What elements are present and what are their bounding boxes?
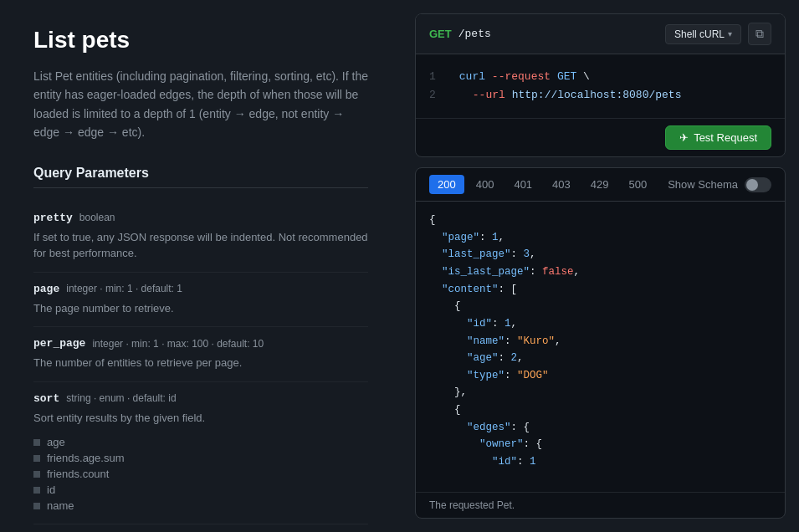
curl-keyword: curl (459, 70, 485, 83)
copy-icon: ⧉ (755, 27, 764, 41)
curl-method: GET (557, 70, 576, 83)
response-box: 200 400 401 403 429 500 Show Schema { "p… (415, 167, 786, 519)
param-per-page: per_page integer · min: 1 · max: 100 · d… (33, 327, 368, 382)
send-icon: ✈ (679, 131, 689, 144)
enum-bullet (33, 503, 40, 509)
chevron-down-icon: ▾ (728, 29, 732, 38)
line-num: 2 (429, 86, 439, 105)
list-item: id (33, 482, 368, 498)
enum-bullet (33, 455, 40, 462)
param-per-page-type: integer · min: 1 · max: 100 · default: 1… (92, 338, 264, 350)
param-sort-desc: Sort entity results by the given field. (33, 410, 368, 427)
list-item: friends.age.sum (33, 450, 368, 466)
param-per-page-name: per_page (33, 337, 85, 350)
query-params-heading: Query Parameters (33, 166, 368, 188)
param-page-name: page (33, 283, 59, 295)
tab-401[interactable]: 401 (505, 175, 540, 194)
line-num: 1 (429, 68, 439, 86)
tab-500[interactable]: 500 (621, 175, 656, 194)
tab-400[interactable]: 400 (468, 175, 503, 194)
param-sort: sort string · enum · default: id Sort en… (33, 382, 368, 525)
param-sort-header: sort string · enum · default: id (33, 392, 368, 405)
code-line-2: 2 --url http://localhost:8080/pets (429, 86, 771, 105)
param-per-page-desc: The number of entities to retrieve per p… (33, 355, 368, 371)
list-item: age (33, 434, 368, 450)
param-pretty-type: boolean (79, 212, 115, 223)
param-per-page-header: per_page integer · min: 1 · max: 100 · d… (33, 337, 368, 350)
tab-200[interactable]: 200 (429, 175, 464, 194)
param-pretty-name: pretty (33, 212, 73, 224)
param-page-header: page integer · min: 1 · default: 1 (33, 283, 368, 295)
page-description: List Pet entities (including pagination,… (33, 67, 368, 142)
tab-429[interactable]: 429 (582, 175, 617, 194)
param-page-type: integer · min: 1 · default: 1 (66, 283, 182, 294)
curl-flag-request: --request (492, 70, 551, 83)
sort-enum-list: age friends.age.sum friends.count id nam… (33, 434, 368, 514)
test-request-section: ✈ Test Request (416, 118, 785, 156)
response-body: { "page": 1, "last_page": 3, "is_last_pa… (416, 202, 785, 492)
param-pretty-desc: If set to true, any JSON response will b… (33, 229, 368, 262)
param-sort-name: sort (33, 392, 59, 405)
param-page: page integer · min: 1 · default: 1 The p… (33, 273, 368, 328)
copy-button[interactable]: ⧉ (748, 23, 771, 45)
param-sort-type: string · enum · default: id (66, 392, 176, 404)
enum-bullet (33, 471, 40, 478)
curl-flag-url: --url (473, 89, 505, 101)
request-header: GET /pets Shell cURL ▾ ⧉ (416, 14, 785, 54)
enum-bullet (33, 439, 40, 446)
request-controls: Shell cURL ▾ ⧉ (665, 23, 771, 45)
response-tabs: 200 400 401 403 429 500 Show Schema (416, 168, 785, 202)
enum-bullet (33, 487, 40, 494)
method-badge: GET (429, 28, 452, 40)
show-schema-control: Show Schema (668, 177, 771, 192)
tab-403[interactable]: 403 (544, 175, 579, 194)
code-line-1: 1 curl --request GET \ (429, 68, 771, 86)
curl-url-value: http://localhost:8080/pets (512, 89, 682, 101)
method-url: GET /pets (429, 28, 491, 40)
request-box: GET /pets Shell cURL ▾ ⧉ 1 curl --reques… (415, 13, 786, 157)
param-page-desc: The page number to retrieve. (33, 300, 368, 317)
right-panel: GET /pets Shell cURL ▾ ⧉ 1 curl --reques… (402, 0, 799, 532)
response-footer-text: The requested Pet. (429, 499, 515, 511)
request-url: /pets (458, 28, 491, 40)
show-schema-label: Show Schema (668, 178, 738, 191)
left-panel: List pets List Pet entities (including p… (0, 0, 402, 532)
code-block: 1 curl --request GET \ 2 --url http://lo… (416, 54, 785, 118)
show-schema-toggle[interactable] (745, 177, 771, 192)
language-selector[interactable]: Shell cURL ▾ (665, 24, 741, 44)
param-pretty-header: pretty boolean (33, 212, 368, 224)
response-footer: The requested Pet. (416, 492, 785, 518)
list-item: friends.count (33, 466, 368, 482)
language-label: Shell cURL (674, 28, 725, 40)
test-request-button[interactable]: ✈ Test Request (665, 125, 771, 150)
list-item: name (33, 498, 368, 514)
test-request-label: Test Request (694, 131, 757, 144)
page-title: List pets (33, 27, 368, 54)
param-pretty: pretty boolean If set to true, any JSON … (33, 202, 368, 273)
